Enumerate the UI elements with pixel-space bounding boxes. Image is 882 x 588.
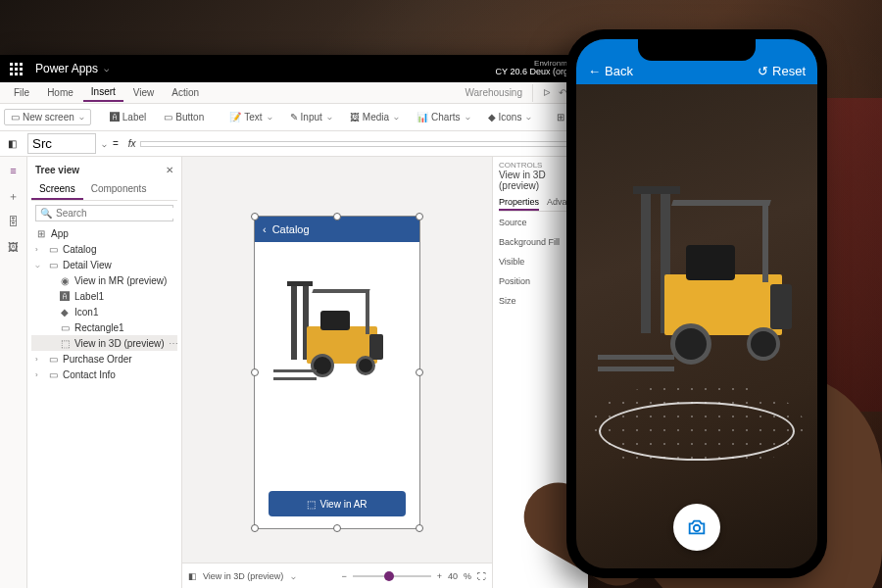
titlebar: Power Apps ⌵ Environment CY 20.6 Deux (o…: [0, 55, 588, 82]
search-input[interactable]: [56, 208, 180, 219]
tree-node-detail[interactable]: ⌵▭Detail View: [31, 257, 177, 272]
app-title: Power Apps: [35, 62, 98, 75]
reset-button[interactable]: ↺ Reset: [758, 64, 806, 78]
rail-insert-icon[interactable]: ＋: [6, 188, 22, 204]
canvas-area[interactable]: ‹ Catalog: [182, 157, 492, 588]
footer-selection-dropdown[interactable]: [289, 571, 296, 581]
reset-icon: ↺: [758, 64, 768, 78]
rail-tree-icon[interactable]: ≡: [6, 163, 22, 178]
insert-media-button[interactable]: 🖼Media: [343, 109, 406, 125]
tree-search[interactable]: 🔍: [35, 205, 173, 221]
phone-notch: [638, 39, 756, 61]
phone-screen: ← Back ↺ Reset: [576, 39, 817, 568]
insert-button-button[interactable]: ▭Button: [157, 109, 211, 125]
app-dropdown-icon[interactable]: ⌵: [104, 64, 109, 74]
insert-input-button[interactable]: ✎Input: [283, 109, 339, 125]
ar-forklift-model[interactable]: [606, 186, 802, 392]
tree-node-purchase[interactable]: ›▭Purchase Order: [31, 351, 177, 367]
app-launcher-icon[interactable]: [4, 57, 27, 80]
menu-home[interactable]: Home: [39, 84, 81, 101]
screen-icon: ▭: [47, 353, 59, 365]
tab-screens[interactable]: Screens: [31, 179, 83, 200]
screen-icon: ▭: [47, 259, 59, 270]
left-rail: ≡ ＋ 🗄 🖼: [0, 157, 27, 588]
property-dropdown-icon[interactable]: [100, 138, 107, 149]
screen-icon: ▭: [47, 243, 59, 255]
new-screen-button[interactable]: ▭New screen: [4, 109, 91, 125]
zoom-slider[interactable]: [353, 575, 431, 577]
menu-action[interactable]: Action: [164, 84, 207, 101]
canvas-footer: ◧ View in 3D (preview) − + 40 % ⛶: [182, 563, 492, 588]
fit-icon[interactable]: ⛶: [477, 571, 486, 581]
property-selector[interactable]: [27, 133, 96, 154]
tree-node-view-mr[interactable]: ◉View in MR (preview): [31, 272, 177, 288]
mr-icon: ◉: [59, 274, 71, 286]
tree-title: Tree view: [35, 165, 79, 175]
tree-node-label1[interactable]: 🅰Label1: [31, 288, 177, 304]
rail-media-icon[interactable]: 🖼: [6, 239, 22, 255]
tree-node-icon1[interactable]: ◆Icon1: [31, 304, 177, 319]
insert-charts-button[interactable]: 📊Charts: [410, 109, 476, 125]
tab-properties[interactable]: Properties: [499, 195, 539, 211]
svg-point-0: [694, 525, 700, 531]
back-button[interactable]: ← Back: [588, 64, 633, 78]
insert-label-button[interactable]: 🅰Label: [103, 109, 153, 125]
undo-icon[interactable]: ↶: [559, 87, 566, 98]
insert-text-button[interactable]: 📝Text: [222, 109, 278, 125]
back-arrow-icon: ←: [588, 64, 601, 78]
cube-icon: ⬚: [59, 337, 71, 349]
tab-components[interactable]: Components: [83, 179, 155, 200]
search-icon: 🔍: [40, 208, 52, 219]
tree-node-catalog[interactable]: ›▭Catalog: [31, 241, 177, 257]
selection-handles[interactable]: [255, 217, 419, 528]
zoom-out-icon[interactable]: −: [341, 571, 346, 581]
tree-node-view3d[interactable]: ⬚View in 3D (preview)⋯: [31, 335, 177, 351]
icon-icon: ◆: [59, 306, 71, 318]
insert-icons-button[interactable]: ◆Icons: [481, 109, 539, 125]
close-icon[interactable]: ✕: [166, 165, 173, 175]
tree-node-contact[interactable]: ›▭Contact Info: [31, 367, 177, 382]
fx-label: fx: [124, 138, 140, 149]
formula-input[interactable]: [140, 141, 588, 147]
phone-device: ← Back ↺ Reset: [566, 29, 827, 578]
app-checker-icon[interactable]: ᐅ: [543, 87, 551, 98]
footer-selection[interactable]: View in 3D (preview): [203, 571, 283, 581]
ribbon: ▭New screen 🅰Label ▭Button 📝Text ✎Input …: [0, 104, 588, 131]
camera-icon: [686, 516, 708, 538]
app-canvas[interactable]: ‹ Catalog: [254, 216, 420, 529]
screen-icon: ▭: [47, 368, 59, 380]
app-icon: ⊞: [35, 227, 47, 239]
screen-nav-icon[interactable]: ◧: [188, 571, 197, 581]
menu-file[interactable]: File: [6, 84, 37, 101]
ar-ground-ring: [599, 402, 795, 461]
label-icon: 🅰: [59, 290, 71, 302]
rail-data-icon[interactable]: 🗄: [6, 214, 22, 229]
tree-node-app[interactable]: ⊞App: [31, 225, 177, 241]
more-icon[interactable]: ⋯: [169, 338, 177, 349]
menu-insert[interactable]: Insert: [83, 83, 123, 102]
zoom-in-icon[interactable]: +: [437, 571, 442, 581]
camera-shutter-button[interactable]: [673, 504, 720, 551]
tree-node-rectangle1[interactable]: ▭Rectangle1: [31, 319, 177, 335]
equals-label: =: [107, 138, 124, 149]
tree-panel: Tree view ✕ Screens Components 🔍 ⊞App ›▭…: [27, 157, 182, 588]
menubar: File Home Insert View Action Warehousing…: [0, 82, 588, 104]
zoom-pct: %: [464, 571, 471, 581]
zoom-value: 40: [448, 571, 458, 581]
rect-icon: ▭: [59, 321, 71, 333]
formula-bar: ◧ = fx: [0, 131, 588, 157]
property-icon: ◧: [0, 138, 24, 149]
context-name: Warehousing: [465, 87, 522, 98]
menu-view[interactable]: View: [125, 84, 163, 101]
